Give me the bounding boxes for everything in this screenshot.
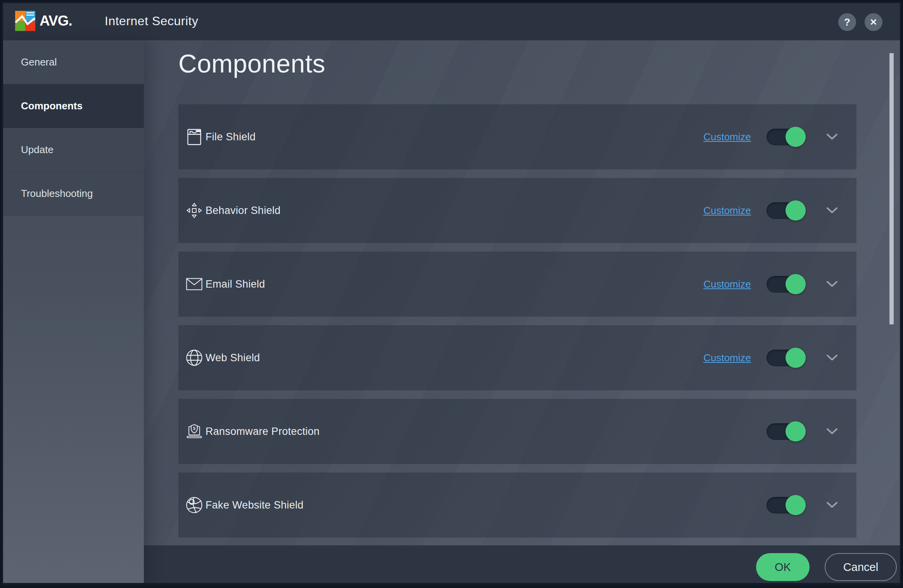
close-button[interactable]: ✕ [865, 13, 882, 31]
component-label: Fake Website Shield [205, 499, 304, 511]
component-label: Ransomware Protection [205, 426, 319, 438]
page-title: Components [178, 49, 325, 78]
customize-link-behavior-shield[interactable]: Customize [703, 205, 751, 217]
sidebar-item-update[interactable]: Update [2, 128, 144, 172]
component-row-web-shield: Web Shield Customize [178, 325, 856, 390]
component-row-email-shield: Email Shield Customize [178, 252, 856, 317]
help-button[interactable]: ? [838, 13, 856, 31]
ransomware-protection-icon: $ [186, 421, 202, 442]
web-shield-icon [186, 347, 202, 369]
dialog-footer: OK Cancel [144, 545, 901, 586]
chevron-down-icon[interactable] [826, 428, 838, 435]
component-label: Email Shield [205, 278, 265, 290]
toggle-file-shield[interactable] [767, 129, 805, 145]
fake-website-shield-icon [186, 494, 202, 516]
component-label: Web Shield [205, 352, 260, 364]
toggle-knob [786, 127, 806, 147]
chevron-down-icon[interactable] [826, 133, 838, 141]
toggle-web-shield[interactable] [767, 350, 805, 366]
svg-text:$: $ [193, 426, 196, 431]
component-label: Behavior Shield [205, 205, 281, 217]
sidebar-item-troubleshooting[interactable]: Troubleshooting [2, 172, 144, 216]
toggle-fake-website-shield[interactable] [767, 497, 805, 514]
customize-link-file-shield[interactable]: Customize [703, 131, 751, 143]
component-row-ransomware-protection: $ Ransomware Protection [178, 399, 856, 464]
component-row-fake-website-shield: Fake Website Shield [178, 472, 856, 538]
toggle-ransomware-protection[interactable] [767, 423, 805, 440]
file-shield-icon [186, 126, 202, 148]
toggle-email-shield[interactable] [767, 276, 805, 293]
behavior-shield-icon [186, 200, 202, 221]
customize-link-web-shield[interactable]: Customize [703, 352, 751, 364]
toggle-knob [786, 421, 806, 441]
app-window: AVG. Internet Security ? ✕ General Compo… [2, 2, 901, 586]
chevron-down-icon[interactable] [826, 354, 838, 362]
components-panel: Components File Shield Customize [144, 40, 901, 545]
chevron-down-icon[interactable] [826, 280, 838, 288]
toggle-knob [786, 274, 806, 294]
vertical-scrollbar-thumb[interactable] [889, 53, 894, 324]
app-title: Internet Security [105, 2, 199, 40]
cancel-button[interactable]: Cancel [825, 553, 897, 581]
toggle-knob [786, 348, 806, 368]
sidebar-item-general[interactable]: General [2, 40, 144, 84]
sidebar-item-components[interactable]: Components [2, 84, 144, 128]
component-row-file-shield: File Shield Customize [178, 104, 856, 169]
chevron-down-icon[interactable] [826, 207, 838, 214]
toggle-knob [786, 200, 806, 221]
avg-brand: AVG. [15, 10, 72, 32]
toggle-behavior-shield[interactable] [767, 202, 805, 219]
avg-logo-icon [15, 10, 36, 31]
settings-sidebar: General Components Update Troubleshootin… [2, 40, 144, 586]
component-row-behavior-shield: Behavior Shield Customize [178, 178, 856, 243]
toggle-knob [786, 495, 806, 515]
ok-button[interactable]: OK [756, 553, 810, 581]
chevron-down-icon[interactable] [826, 501, 838, 509]
avg-wordmark: AVG. [40, 13, 72, 29]
customize-link-email-shield[interactable]: Customize [703, 278, 751, 290]
component-label: File Shield [205, 131, 256, 143]
email-shield-icon [186, 273, 202, 295]
title-bar: AVG. Internet Security ? ✕ [2, 2, 901, 40]
